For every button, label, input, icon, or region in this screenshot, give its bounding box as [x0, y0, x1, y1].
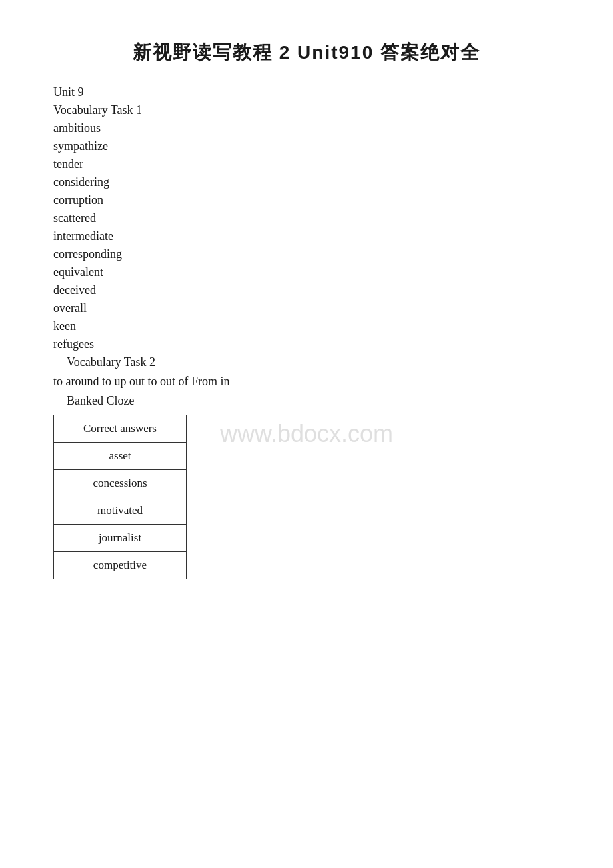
vocab-word-3: considering: [53, 175, 560, 189]
vocab-word-10: overall: [53, 301, 560, 315]
vocab-word-12: refugees: [53, 337, 560, 351]
table-row-2: motivated: [54, 497, 187, 525]
vocab-task2-label: Vocabulary Task 2: [67, 355, 560, 369]
vocab-word-8: equivalent: [53, 265, 560, 279]
table-row-4: competitive: [54, 552, 187, 579]
vocab-word-6: intermediate: [53, 229, 560, 243]
vocab-task1-label: Vocabulary Task 1: [53, 103, 560, 117]
table-row-1: concessions: [54, 470, 187, 497]
vocab-word-4: corruption: [53, 193, 560, 207]
answers-table: Correct answers asset concessions motiva…: [53, 415, 187, 579]
vocab-word-0: ambitious: [53, 121, 560, 135]
vocab-words-list: ambitious sympathize tender considering …: [53, 121, 560, 351]
vocab-word-2: tender: [53, 157, 560, 171]
banked-cloze-label: Banked Cloze: [67, 394, 560, 408]
page-title: 新视野读写教程 2 Unit910 答案绝对全: [53, 40, 560, 65]
vocab-word-5: scattered: [53, 211, 560, 225]
prepositions-line: to around to up out to out of From in: [53, 375, 560, 389]
table-row-3: journalist: [54, 525, 187, 552]
unit-label: Unit 9: [53, 85, 560, 99]
table-header: Correct answers: [54, 415, 187, 443]
table-row-0: asset: [54, 443, 187, 470]
vocab-word-11: keen: [53, 319, 560, 333]
vocab-word-1: sympathize: [53, 139, 560, 153]
vocab-word-9: deceived: [53, 283, 560, 297]
watermark: www.bdocx.com: [220, 420, 393, 448]
vocab-word-7: corresponding: [53, 247, 560, 261]
